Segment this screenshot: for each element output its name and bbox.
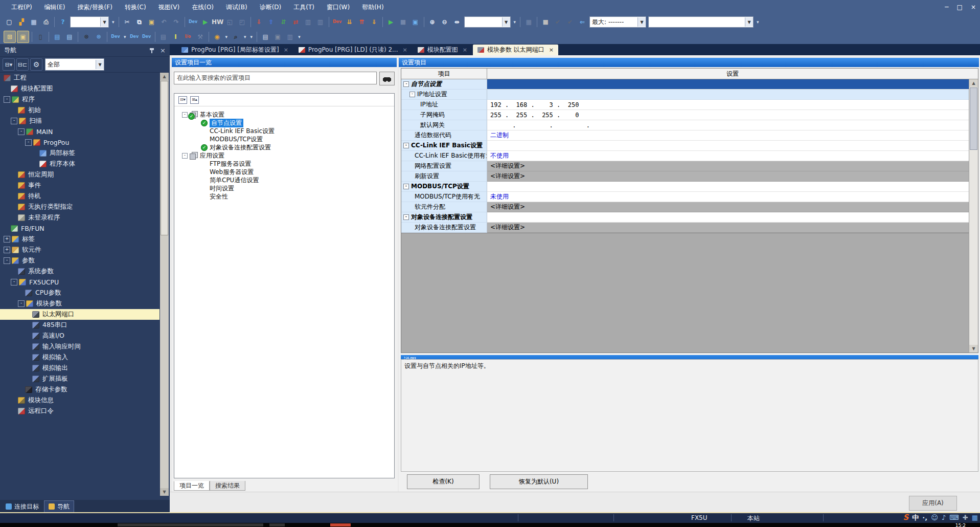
ime-skin-icon[interactable]: ✚	[963, 514, 968, 521]
nav-tree-item-ProgPou[interactable]: -ProgPou	[0, 137, 159, 148]
zoom-out-button[interactable]: ⊖	[439, 16, 450, 28]
watch-import-button[interactable]: ⇓	[369, 16, 380, 28]
settings-item-cell[interactable]: -自节点设置	[401, 79, 487, 90]
setting-tree-item-安全性[interactable]: 安全性	[174, 192, 394, 201]
settings-item-cell[interactable]: MODBUS/TCP使用有无	[401, 192, 487, 202]
settings-row-10[interactable]: -MODBUS/TCP设置	[401, 182, 969, 192]
undo-button[interactable]: ↶	[158, 16, 170, 28]
pin-icon[interactable]	[150, 48, 154, 53]
taskbar-button[interactable]	[269, 523, 285, 526]
module-configuration-button[interactable]: ▯	[35, 31, 46, 42]
ime-mic-icon[interactable]: ♪	[942, 514, 946, 521]
settings-row-12[interactable]: 软元件分配<详细设置>	[401, 202, 969, 212]
statement-display-button[interactable]: ▤	[260, 31, 271, 42]
close-panel-icon[interactable]: ×	[160, 47, 166, 54]
redo-button[interactable]: ↷	[171, 16, 182, 28]
settings-row-6[interactable]: -CC-Link IEF Basic设置	[401, 141, 969, 151]
menu-item-w[interactable]: 窗口(W)	[321, 0, 356, 14]
settings-item-cell[interactable]: -CC-Link IEF Basic设置	[401, 141, 487, 151]
setting-tree-item-应用设置[interactable]: -应用设置	[174, 151, 394, 160]
settings-value-cell[interactable]: 二进制	[487, 130, 969, 141]
menu-item-b[interactable]: 调试(B)	[220, 0, 254, 14]
nav-tree-item-无执行类型指定[interactable]: 无执行类型指定	[0, 202, 159, 212]
navigation-settings-button[interactable]: ⚙	[30, 58, 42, 71]
collapse-all-icon[interactable]: ⊟▾	[178, 96, 187, 104]
nav-tree-item-CPU参数[interactable]: CPU参数	[0, 288, 159, 298]
setting-search-input[interactable]: 在此输入要搜索的设置项目	[174, 72, 377, 84]
device-list-button[interactable]: Dev	[129, 31, 140, 42]
new-project-button[interactable]: ▢	[4, 16, 15, 28]
collapse-icon[interactable]: -	[11, 279, 17, 286]
collapse-icon[interactable]: -	[18, 128, 25, 135]
expand-icon[interactable]: +	[4, 236, 10, 243]
settings-item-cell[interactable]: CC-Link IEF Basic使用有无	[401, 151, 487, 161]
settings-item-cell[interactable]: 子网掩码	[401, 110, 487, 120]
settings-item-cell[interactable]: -对象设备连接配置设置	[401, 212, 487, 223]
nav-tree-item-高速I/O[interactable]: 高速I/O	[0, 331, 159, 341]
nav-tree-item-系统参数[interactable]: 系统参数	[0, 266, 159, 277]
toolbar-overflow-icon[interactable]: ▾	[250, 34, 253, 39]
settings-value-cell[interactable]	[487, 90, 969, 100]
save-project-button[interactable]: ▦	[28, 16, 39, 28]
nav-tree-item-标签[interactable]: +标签	[0, 234, 159, 245]
setting-tree-item-CC-Link IEF Basic设置[interactable]: CC-Link IEF Basic设置	[174, 127, 394, 135]
window-next-button[interactable]: ◰	[237, 16, 248, 28]
settings-value-cell[interactable]: 不使用	[487, 151, 969, 161]
nav-tree-item-485串口[interactable]: 485串口	[0, 320, 159, 331]
device-write-button[interactable]: Dev	[332, 16, 343, 28]
zoom-in-button[interactable]: ⊕	[427, 16, 438, 28]
device-display-format-button[interactable]: ◉	[212, 31, 223, 42]
nav-tree-item-程序本体[interactable]: 程序本体	[0, 159, 159, 169]
ime-emoji-icon[interactable]: ☺	[931, 514, 938, 521]
settings-value-cell[interactable]: <详细设置>	[487, 161, 969, 171]
settings-value-cell[interactable]: 255 . 255 . 255 . 0	[487, 110, 969, 120]
settings-item-cell[interactable]: 网络配置设置	[401, 161, 487, 171]
tab-search-result[interactable]: 搜索结果	[210, 481, 245, 491]
simulation-start-button[interactable]: ▶	[385, 16, 397, 28]
scroll-thumb[interactable]	[970, 87, 977, 150]
nav-tree-item-扫描[interactable]: -扫描	[0, 116, 159, 126]
setting-tree-item-自节点设置[interactable]: ✓自节点设置	[174, 119, 394, 127]
settings-value-cell[interactable]	[487, 79, 969, 90]
check-program-button[interactable]: ▦	[523, 16, 534, 28]
collapse-icon[interactable]: -	[403, 184, 409, 189]
nav-tree-item-以太网端口[interactable]: 以太网端口	[0, 309, 159, 320]
settings-row-4[interactable]: 默认网关 . . .	[401, 120, 969, 130]
open-project-button[interactable]: ▞	[16, 16, 27, 28]
settings-value-cell[interactable]: <详细设置>	[487, 171, 969, 182]
zoom-fit-button[interactable]: ⇹	[451, 16, 463, 28]
setting-tree-item-基本设置[interactable]: -✓基本设置	[174, 111, 394, 119]
find-in-document-button[interactable]: ⌾	[93, 31, 104, 42]
nav-tree-item-模块信息[interactable]: 模块信息	[0, 395, 159, 406]
scroll-down-icon[interactable]: ▼	[160, 488, 169, 496]
window-select-combo[interactable]: ▼	[648, 16, 754, 28]
ime-keyboard-icon[interactable]: ⌨	[949, 514, 959, 521]
settings-value-cell[interactable]	[487, 182, 969, 192]
setting-tree-item-简单CPU通信设置[interactable]: 简单CPU通信设置	[174, 176, 394, 184]
settings-row-8[interactable]: 网络配置设置<详细设置>	[401, 161, 969, 171]
device-batch-monitor-button[interactable]: Dev	[141, 31, 152, 42]
nav-tree-item-参数[interactable]: -参数	[0, 255, 159, 266]
nav-tree-item-FX5UCPU[interactable]: -FX5UCPU	[0, 277, 159, 288]
watch-register-button[interactable]: ⇊	[344, 16, 355, 28]
nav-tree-item-待机[interactable]: 待机	[0, 191, 159, 202]
menu-item-f[interactable]: 搜索/替换(F)	[72, 0, 119, 14]
collapse-icon[interactable]: -	[11, 118, 17, 124]
stop-button[interactable]: ■	[540, 16, 551, 28]
tab-close-icon[interactable]: ×	[284, 47, 288, 53]
print-button[interactable]: ⎙	[40, 16, 52, 28]
settings-item-cell[interactable]: 通信数据代码	[401, 130, 487, 141]
online-program-change-button[interactable]: ⇐	[577, 16, 588, 28]
device-hex-display-button[interactable]: HW	[212, 16, 223, 28]
scroll-down-icon[interactable]: ▼	[969, 345, 978, 353]
setting-tree-item-MODBUS/TCP设置[interactable]: MODBUS/TCP设置	[174, 135, 394, 143]
menu-item-p[interactable]: 工程(P)	[5, 0, 38, 14]
settings-row-7[interactable]: CC-Link IEF Basic使用有无不使用	[401, 151, 969, 161]
zoom-level-combo[interactable]: ▼	[464, 16, 511, 28]
sogou-logo-icon[interactable]: S	[903, 514, 908, 521]
device-find-button[interactable]: Dev	[110, 31, 121, 42]
find-zoom-button[interactable]: ⌕	[230, 31, 241, 42]
expand-icon[interactable]: +	[4, 247, 10, 253]
nav-tree-item-存储卡参数[interactable]: 存储卡参数	[0, 384, 159, 395]
toolbar-overflow-icon[interactable]: ▾	[112, 19, 115, 25]
